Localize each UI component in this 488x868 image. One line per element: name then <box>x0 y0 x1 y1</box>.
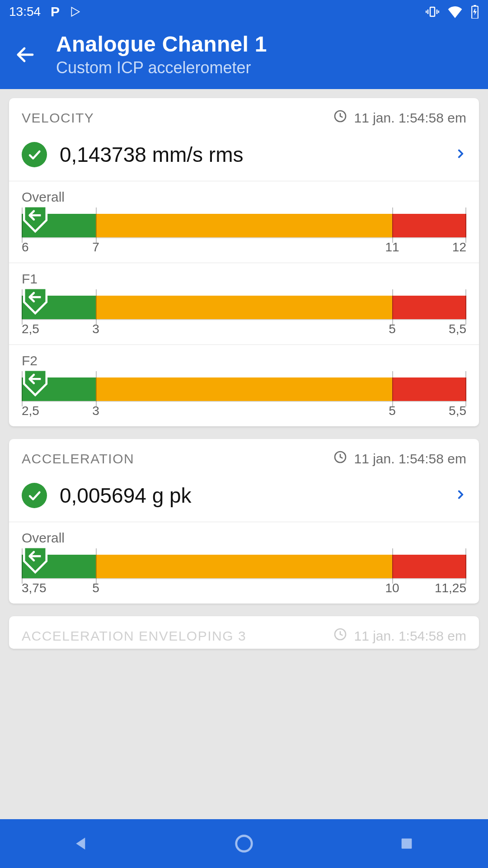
measurement-value: 0,143738 mm/s rms <box>60 142 442 167</box>
tick-label: 3 <box>92 322 99 336</box>
nav-home-button[interactable] <box>224 823 264 864</box>
card-accel-envelope: ACCELERATION ENVELOPING 3 11 jan. 1:54:5… <box>9 616 479 649</box>
wifi-icon <box>447 5 463 18</box>
tick-label: 5 <box>389 404 396 418</box>
status-ok-icon <box>22 483 47 508</box>
value-marker-icon <box>21 546 49 574</box>
status-ok-icon <box>22 142 47 167</box>
threshold-bar <box>22 377 466 401</box>
tick-label: 3 <box>92 404 99 418</box>
chevron-right-icon <box>455 486 466 505</box>
threshold-bar <box>22 555 466 578</box>
tick-label: 6 <box>22 240 29 255</box>
tick-label: 5,5 <box>449 404 466 418</box>
clock-icon <box>333 450 347 467</box>
svg-point-15 <box>236 836 252 852</box>
tick-label: 12 <box>452 240 466 255</box>
band-label: F2 <box>22 353 466 368</box>
tick-label: 2,5 <box>22 404 39 418</box>
nav-recent-button[interactable] <box>386 823 427 864</box>
tick-label: 10 <box>385 581 399 595</box>
tick-label: 7 <box>92 240 99 255</box>
tick-label: 11 <box>385 240 399 255</box>
nav-bar <box>0 819 488 868</box>
band-overall: Overall 3,75 <box>9 522 479 604</box>
value-row[interactable]: 0,005694 g pk <box>9 474 479 522</box>
measurement-value: 0,005694 g pk <box>60 483 442 508</box>
app-bar: Analogue Channel 1 Custom ICP accelerome… <box>0 24 488 89</box>
pandora-icon: P <box>51 4 60 19</box>
content-scroll[interactable]: VELOCITY 11 jan. 1:54:58 em 0,143738 mm/… <box>0 89 488 819</box>
card-timestamp: 11 jan. 1:54:58 em <box>354 110 466 126</box>
card-heading: VELOCITY <box>22 110 94 126</box>
card-velocity: VELOCITY 11 jan. 1:54:58 em 0,143738 mm/… <box>9 98 479 426</box>
band-label: Overall <box>22 189 466 205</box>
clock-icon <box>333 109 347 127</box>
page-subtitle: Custom ICP accelerometer <box>56 58 267 77</box>
value-marker-icon <box>21 205 49 233</box>
status-bar: 13:54 P <box>0 0 488 24</box>
vibrate-icon <box>426 5 439 19</box>
value-marker-icon <box>21 287 49 315</box>
tick-label: 3,75 <box>22 581 47 595</box>
chevron-right-icon <box>455 145 466 165</box>
nav-back-button[interactable] <box>61 823 102 864</box>
tick-label: 11,25 <box>435 581 466 595</box>
card-acceleration: ACCELERATION 11 jan. 1:54:58 em 0,005694… <box>9 439 479 604</box>
status-time: 13:54 <box>9 5 41 19</box>
threshold-bar <box>22 214 466 237</box>
card-timestamp: 11 jan. 1:54:58 em <box>354 451 466 467</box>
card-timestamp: 11 jan. 1:54:58 em <box>354 628 466 644</box>
card-heading: ACCELERATION <box>22 451 134 467</box>
back-button[interactable] <box>11 40 40 69</box>
svg-rect-0 <box>430 7 435 16</box>
band-overall: Overall 6 <box>9 181 479 263</box>
card-heading: ACCELERATION ENVELOPING 3 <box>22 628 246 644</box>
band-label: Overall <box>22 530 466 546</box>
clock-icon <box>333 627 347 645</box>
tick-label: 2,5 <box>22 322 39 336</box>
value-row[interactable]: 0,143738 mm/s rms <box>9 133 479 181</box>
svg-rect-6 <box>474 5 476 6</box>
band-f1: F1 2,5 <box>9 263 479 344</box>
tick-label: 5,5 <box>449 322 466 336</box>
play-store-icon <box>70 5 81 18</box>
battery-icon <box>471 5 479 19</box>
tick-label: 5 <box>389 322 396 336</box>
tick-label: 5 <box>92 581 99 595</box>
value-marker-icon <box>21 368 49 396</box>
svg-rect-16 <box>402 839 412 849</box>
band-label: F1 <box>22 271 466 287</box>
band-f2: F2 2,5 <box>9 345 479 426</box>
threshold-bar <box>22 296 466 319</box>
page-title: Analogue Channel 1 <box>56 32 267 57</box>
